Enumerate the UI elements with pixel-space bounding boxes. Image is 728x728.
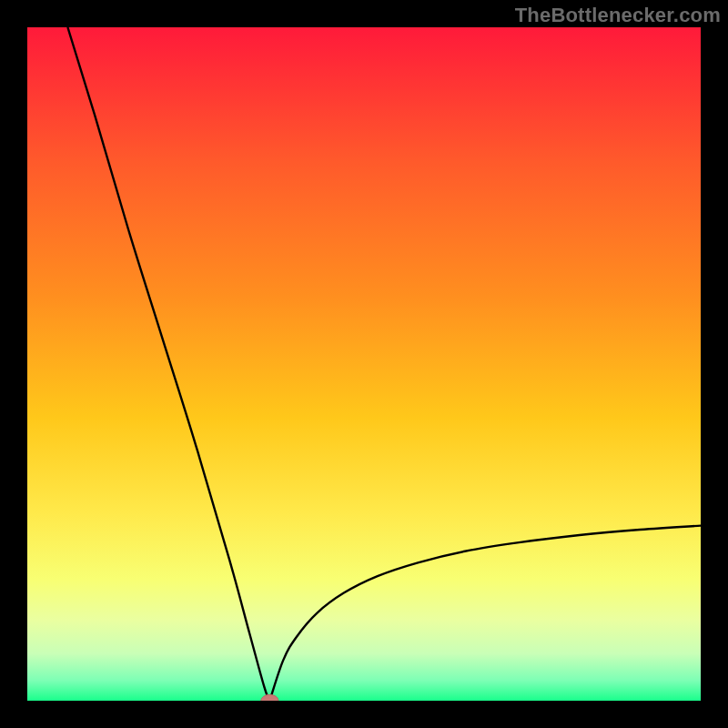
- chart-frame: [27, 27, 701, 701]
- bottleneck-chart: [27, 27, 701, 701]
- watermark-text: TheBottlenecker.com: [515, 4, 721, 27]
- chart-background: [27, 27, 701, 701]
